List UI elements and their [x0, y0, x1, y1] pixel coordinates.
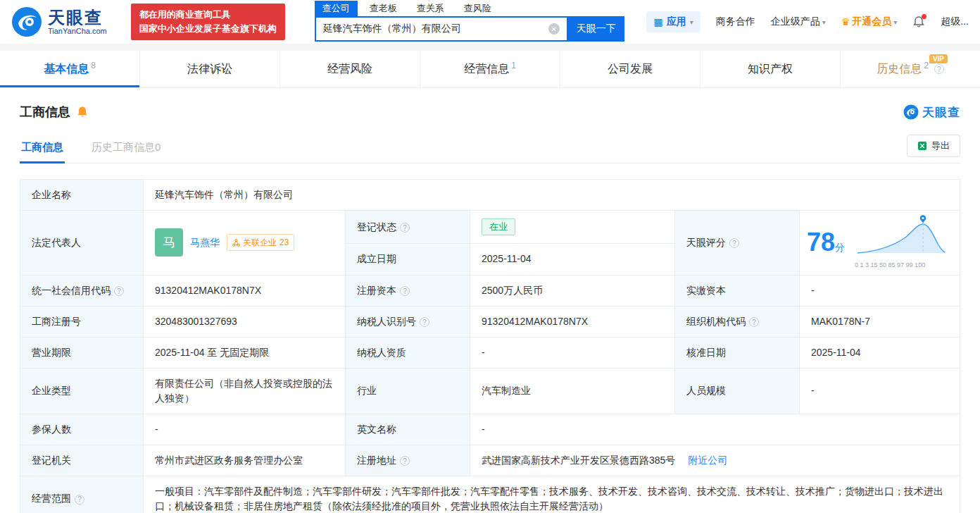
notification-dot — [922, 14, 926, 19]
tianyan-score-cell[interactable]: 78分 0 1 3 15 50 85 97 99 100 — [800, 211, 960, 276]
open-vip-menu[interactable]: ♛ 开通会员 ▾ — [841, 16, 898, 28]
legal-rep-link[interactable]: 马燕华 — [190, 235, 220, 250]
term-value: 2025-11-04 至 无固定期限 — [144, 337, 346, 368]
super-vip-link[interactable]: 超级... — [941, 16, 969, 28]
staff-size-value: - — [800, 368, 960, 414]
vip-badge: VIP — [929, 54, 948, 63]
help-icon[interactable]: ? — [749, 317, 759, 327]
apps-grid-icon: ▦ — [653, 16, 662, 27]
approve-date-value: 2025-11-04 — [800, 337, 960, 368]
chevron-down-icon: ▾ — [690, 18, 693, 26]
chevron-down-icon: ▾ — [822, 18, 826, 26]
reg-authority-label: 登记机关 — [20, 445, 144, 476]
header-menu: ▦ 应用 ▾ 商务合作 企业级产品 ▾ ♛ 开通会员 ▾ 超级... — [646, 11, 969, 32]
scope-value: 一般项目：汽车零部件及配件制造；汽车零部件研发；汽车零部件批发；汽车零配件零售；… — [144, 476, 960, 513]
search-tab-boss[interactable]: 查老板 — [362, 1, 405, 16]
promo-banner: 都在用的商业查询工具 国家中小企业发展子基金旗下机构 — [131, 4, 285, 40]
help-icon[interactable]: ? — [114, 286, 124, 296]
relation-graph-icon — [232, 239, 240, 247]
tab-basic-info[interactable]: 基本信息 8 — [0, 51, 140, 87]
insured-value: - — [144, 414, 346, 445]
help-icon[interactable]: ? — [75, 495, 84, 505]
company-nav-tabs: 基本信息 8 法律诉讼 经营风险 经营信息 1 公司发展 知识产权 VIP 历史… — [0, 51, 980, 88]
tab-count: 1 — [511, 61, 516, 70]
tianyancha-logo-icon — [11, 6, 42, 37]
score-axis-ticks: 0 1 3 15 50 85 97 99 100 — [855, 261, 948, 271]
search-tabs: 查公司 查老板 查关系 查风险 — [315, 1, 624, 16]
tab-operation-risk[interactable]: 经营风险 — [280, 51, 420, 87]
search-tab-company[interactable]: 查公司 — [315, 1, 358, 16]
enterprise-products-menu[interactable]: 企业级产品 ▾ — [771, 16, 826, 28]
scope-label: 经营范围? — [20, 476, 144, 513]
search-box: ✕ — [315, 16, 568, 42]
help-icon[interactable]: ? — [934, 64, 944, 74]
table-row: 营业期限 2025-11-04 至 无固定期限 纳税人资质 - 核准日期 202… — [20, 337, 960, 368]
table-row: 企业类型 有限责任公司（非自然人投资或控股的法人独资） 行业 汽车制造业 人员规… — [20, 368, 960, 414]
subtab-history-business-info[interactable]: 历史工商信息0 — [90, 141, 162, 163]
search-tab-risk[interactable]: 查风险 — [456, 1, 499, 16]
monitor-bell-icon[interactable] — [76, 106, 89, 118]
tab-company-development[interactable]: 公司发展 — [560, 51, 701, 87]
apps-menu[interactable]: ▦ 应用 ▾ — [646, 11, 700, 32]
company-name-value: 延锋汽车饰件（常州）有限公司 — [144, 180, 960, 211]
tab-count: 2 — [924, 61, 929, 70]
chevron-down-icon: ▾ — [893, 18, 897, 26]
reg-capital-value: 2500万人民币 — [470, 275, 675, 306]
tianyancha-logo[interactable]: 天眼查 TianYanCha.com — [11, 6, 107, 37]
help-icon[interactable]: ? — [420, 317, 429, 327]
search-input[interactable] — [323, 23, 548, 35]
english-name-value: - — [470, 414, 960, 445]
table-row: 法定代表人 马 马燕华 关联企业 23 — [20, 211, 960, 244]
score-label: 天眼评分? — [675, 211, 800, 276]
taxpayer-no-label: 纳税人识别号? — [346, 306, 470, 337]
business-cooperation-link[interactable]: 商务合作 — [716, 16, 755, 28]
help-icon[interactable]: ? — [400, 223, 410, 233]
watermark-logo: 天眼查 — [903, 104, 960, 120]
search-tab-relation[interactable]: 查关系 — [409, 1, 452, 16]
tab-operation-info[interactable]: 经营信息 1 — [420, 51, 560, 87]
term-label: 营业期限 — [20, 337, 144, 368]
credit-code-label: 统一社会信用代码? — [20, 275, 144, 306]
nearby-companies-link[interactable]: 附近公司 — [688, 455, 727, 466]
tab-intellectual-property[interactable]: 知识产权 — [701, 51, 841, 87]
staff-size-label: 人员规模 — [675, 368, 800, 414]
org-code-label: 组织机构代码? — [675, 306, 800, 337]
table-row: 经营范围? 一般项目：汽车零部件及配件制造；汽车零部件研发；汽车零部件批发；汽车… — [20, 476, 960, 513]
tab-history-info[interactable]: VIP 历史信息 2 ? — [841, 51, 980, 87]
paid-capital-label: 实缴资本 — [675, 275, 800, 306]
help-icon[interactable]: ? — [400, 286, 410, 296]
help-icon[interactable]: ? — [729, 238, 739, 248]
credit-code-value: 91320412MAK0178N7X — [144, 275, 346, 306]
org-code-value: MAK0178N-7 — [800, 306, 960, 337]
legal-rep-cell: 马 马燕华 关联企业 23 — [144, 211, 346, 276]
english-name-label: 英文名称 — [346, 414, 470, 445]
search-button[interactable]: 天眼一下 — [568, 16, 624, 42]
reg-no-label: 工商注册号 — [20, 306, 144, 337]
main-content: 工商信息 天眼查 工商信息 历史工商信息0 导出 — [0, 88, 980, 513]
promo-line1: 都在用的商业查询工具 — [139, 8, 277, 22]
clear-search-icon[interactable]: ✕ — [548, 23, 560, 35]
related-companies-badge[interactable]: 关联企业 23 — [227, 234, 294, 251]
tab-legal-litigation[interactable]: 法律诉讼 — [140, 51, 280, 87]
table-row: 企业名称 延锋汽车饰件（常州）有限公司 — [20, 180, 960, 211]
excel-export-icon — [917, 141, 927, 151]
insured-label: 参保人数 — [20, 414, 144, 445]
address-label: 注册地址? — [346, 445, 470, 476]
top-bar: 天眼查 TianYanCha.com 都在用的商业查询工具 国家中小企业发展子基… — [0, 0, 980, 44]
subtab-business-info[interactable]: 工商信息 — [20, 141, 65, 163]
section-title: 工商信息 — [20, 104, 70, 120]
crown-icon: ♛ — [841, 16, 850, 27]
search-area: 查公司 查老板 查关系 查风险 ✕ 天眼一下 — [315, 1, 624, 42]
paid-capital-value: - — [800, 275, 960, 306]
reg-capital-label: 注册资本? — [346, 275, 470, 306]
status-badge: 在业 — [482, 218, 515, 235]
export-button[interactable]: 导出 — [907, 135, 960, 157]
legal-rep-avatar[interactable]: 马 — [155, 228, 183, 256]
notifications-bell[interactable] — [912, 16, 925, 28]
company-type-label: 企业类型 — [20, 368, 144, 414]
score-unit: 分 — [835, 242, 845, 253]
tab-count: 8 — [91, 61, 96, 70]
help-icon[interactable]: ? — [400, 456, 410, 466]
table-row: 统一社会信用代码? 91320412MAK0178N7X 注册资本? 2500万… — [20, 275, 960, 306]
company-name-label: 企业名称 — [20, 180, 144, 211]
